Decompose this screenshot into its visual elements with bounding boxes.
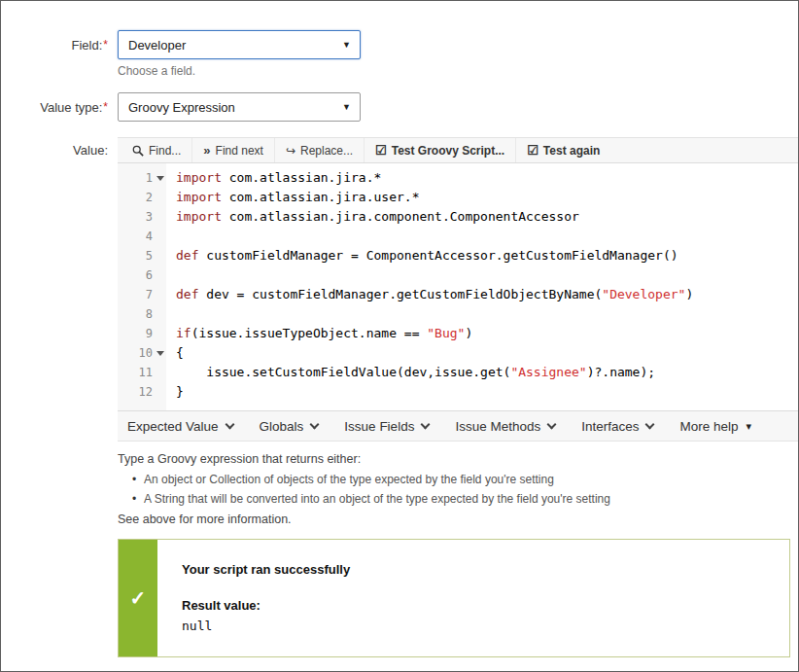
code-line[interactable]: 7def dev = customFieldManager.getCustomF… [118, 285, 798, 304]
line-number: 9 [118, 324, 166, 343]
chevron-down-icon [225, 420, 234, 430]
menu-label: More help [679, 419, 738, 434]
test-groovy-script-button[interactable]: ☑Test Groovy Script... [364, 138, 515, 162]
line-number: 1 [118, 168, 166, 188]
code-line[interactable]: 3import com.atlassian.jira.component.Com… [118, 207, 798, 227]
find-button-label: Find... [149, 144, 181, 158]
code-line[interactable]: 4 [118, 227, 798, 246]
find-button[interactable]: Find... [122, 138, 191, 162]
line-number: 6 [118, 265, 166, 285]
field-label-text: Field: [72, 38, 103, 53]
checkmark-icon: ✓ [130, 586, 147, 610]
test-groovy-script-button-label: Test Groovy Script... [392, 144, 504, 158]
menu-issue-fields[interactable]: Issue Fields [344, 419, 429, 434]
field-label: Field:* [1, 38, 118, 53]
set-field-value-dialog: Field:* Developer ▼ Choose a field. Valu… [0, 0, 799, 672]
code-line[interactable]: 12} [118, 382, 798, 402]
test-again-icon: ☑ [527, 144, 538, 157]
menu-interfaces[interactable]: Interfaces [581, 419, 653, 434]
help-bullet: An object or Collection of objects of th… [118, 473, 798, 486]
menu-label: Expected Value [127, 419, 219, 434]
find-next-button-label: Find next [216, 144, 263, 158]
line-number: 10 [118, 343, 166, 363]
editor-footer: Expected ValueGlobalsIssue FieldsIssue M… [118, 410, 798, 442]
test-again-button-label: Test again [543, 144, 600, 158]
search-icon [132, 145, 144, 157]
result-value: null [182, 619, 350, 633]
code-line[interactable]: 9if(issue.issueTypeObject.name == "Bug") [118, 324, 798, 343]
select-arrow-icon: ▼ [342, 40, 351, 50]
result-body: Your script ran successfully Result valu… [157, 540, 365, 656]
code-text: import com.atlassian.jira.* [166, 168, 381, 188]
line-number: 5 [118, 246, 166, 265]
replace-button-label: Replace... [300, 144, 353, 158]
value-type-select-value: Groovy Expression [128, 100, 235, 115]
menu-label: Issue Fields [344, 419, 414, 434]
find-next-button[interactable]: »Find next [191, 138, 274, 162]
editor-toolbar: Find...»Find next↪Replace...☑Test Groovy… [118, 137, 798, 163]
value-row: Value: Find...»Find next↪Replace...☑Test… [1, 137, 798, 442]
groovy-editor: Find...»Find next↪Replace...☑Test Groovy… [118, 137, 798, 442]
code-line[interactable]: 8 [118, 304, 798, 324]
help-bullet: A String that will be converted into an … [118, 492, 798, 506]
menu-expected-value[interactable]: Expected Value [127, 419, 233, 434]
code-line[interactable]: 11 issue.setCustomFieldValue(dev,issue.g… [118, 363, 798, 382]
find-next-icon: » [203, 144, 210, 157]
result-value-label: Result value: [182, 598, 350, 613]
value-type-label-text: Value type: [40, 100, 102, 115]
fold-marker-icon[interactable] [156, 176, 164, 181]
code-line[interactable]: 1import com.atlassian.jira.* [118, 168, 798, 188]
value-label-text: Value: [73, 143, 108, 158]
chevron-down-icon [645, 420, 655, 430]
code-text: } [166, 382, 184, 402]
help-section: Type a Groovy expression that returns ei… [118, 452, 798, 526]
code-text: if(issue.issueTypeObject.name == "Bug") [166, 324, 472, 343]
line-number: 8 [118, 304, 166, 324]
value-type-row: Value type:* Groovy Expression ▼ [1, 92, 798, 122]
help-bullets: An object or Collection of objects of th… [118, 473, 798, 506]
editor-code[interactable]: 1import com.atlassian.jira.*2import com.… [118, 163, 798, 410]
code-text: def dev = customFieldManager.getCustomFi… [166, 285, 693, 304]
code-text: def customFieldManager = ComponentAccess… [166, 246, 678, 265]
code-text: issue.setCustomFieldValue(dev,issue.get(… [166, 363, 655, 382]
help-intro: Type a Groovy expression that returns ei… [118, 452, 798, 466]
replace-button[interactable]: ↪Replace... [274, 138, 364, 162]
field-row: Field:* Developer ▼ [1, 30, 798, 59]
field-select-value: Developer [128, 38, 186, 53]
menu-more-help[interactable]: More help▾ [679, 419, 751, 434]
line-number: 12 [118, 382, 166, 402]
code-line[interactable]: 5def customFieldManager = ComponentAcces… [118, 246, 798, 265]
result-title: Your script ran successfully [182, 562, 350, 577]
chevron-down-icon [310, 420, 320, 430]
menu-issue-methods[interactable]: Issue Methods [455, 419, 555, 434]
value-label: Value: [1, 137, 118, 158]
code-line[interactable]: 10{ [118, 343, 798, 363]
code-line[interactable]: 2import com.atlassian.jira.user.* [118, 188, 798, 207]
triangle-down-icon: ▾ [747, 421, 752, 432]
value-type-label: Value type:* [1, 100, 118, 115]
field-select[interactable]: Developer ▼ [118, 30, 361, 59]
chevron-down-icon [547, 420, 557, 430]
menu-label: Globals [260, 419, 304, 434]
help-outro: See above for more information. [118, 513, 798, 526]
chevron-down-icon [421, 420, 431, 430]
line-number: 11 [118, 363, 166, 382]
success-strip: ✓ [119, 540, 157, 656]
code-text: import com.atlassian.jira.component.Comp… [166, 207, 579, 227]
field-helper-text: Choose a field. [118, 64, 798, 78]
line-number: 7 [118, 285, 166, 304]
code-line[interactable]: 6 [118, 265, 798, 285]
menu-label: Issue Methods [455, 419, 540, 434]
required-asterisk: * [103, 38, 108, 52]
result-panel: ✓ Your script ran successfully Result va… [118, 539, 790, 657]
code-text: { [166, 343, 184, 363]
test-again-button[interactable]: ☑Test again [515, 138, 610, 162]
menu-label: Interfaces [581, 419, 639, 434]
line-number: 3 [118, 207, 166, 227]
select-arrow-icon: ▼ [342, 102, 351, 112]
code-text [166, 265, 176, 285]
menu-globals[interactable]: Globals [260, 419, 319, 434]
fold-marker-icon[interactable] [156, 351, 164, 356]
value-type-select[interactable]: Groovy Expression ▼ [118, 92, 361, 122]
code-text [166, 227, 176, 246]
